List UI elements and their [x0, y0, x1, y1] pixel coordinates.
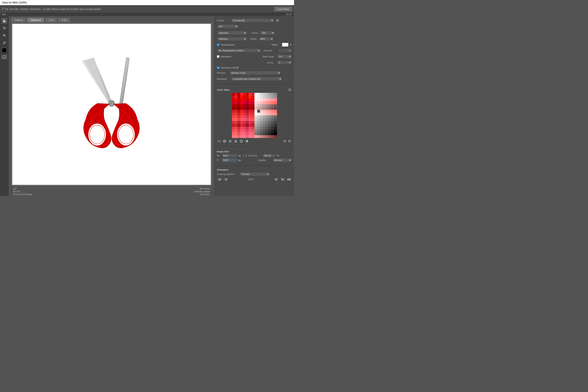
color-cell[interactable] — [274, 124, 277, 126]
color-cell[interactable] — [246, 132, 249, 135]
color-cell[interactable] — [238, 132, 240, 135]
color-cell[interactable] — [246, 135, 249, 138]
color-cell[interactable] — [240, 127, 243, 130]
color-cell[interactable] — [240, 112, 243, 116]
color-cell[interactable] — [238, 124, 240, 126]
color-cell[interactable] — [263, 112, 266, 116]
color-cell[interactable] — [263, 118, 266, 121]
color-cell[interactable] — [240, 135, 243, 138]
color-cell[interactable] — [238, 93, 240, 96]
color-cell[interactable] — [257, 127, 260, 130]
color-cell[interactable] — [268, 112, 271, 116]
color-cell[interactable] — [254, 118, 257, 121]
color-cell[interactable] — [249, 107, 252, 110]
color-cell[interactable] — [243, 116, 246, 118]
color-cell[interactable] — [240, 98, 243, 101]
color-cell[interactable] — [243, 96, 246, 98]
add-color-button[interactable] — [240, 139, 243, 143]
color-cell[interactable] — [240, 104, 243, 107]
color-cell[interactable] — [252, 127, 254, 130]
color-cell[interactable] — [274, 98, 277, 101]
color-cell[interactable] — [274, 96, 277, 98]
transparency-checkbox[interactable] — [217, 44, 220, 46]
looping-select[interactable]: Forever Once Other... — [240, 172, 270, 176]
color-cell[interactable] — [268, 121, 271, 124]
color-cell[interactable] — [238, 112, 240, 116]
color-cell[interactable] — [243, 130, 246, 132]
color-cell[interactable] — [232, 132, 235, 135]
color-cell[interactable] — [246, 112, 249, 116]
color-cell[interactable] — [249, 112, 252, 116]
color-cell[interactable] — [240, 93, 243, 96]
color-cell[interactable] — [260, 118, 263, 121]
eyedropper-tool[interactable] — [1, 40, 7, 46]
color-cell[interactable] — [238, 101, 240, 104]
color-cell[interactable] — [243, 93, 246, 96]
tab-original[interactable]: Original — [11, 18, 26, 22]
color-cell[interactable] — [254, 135, 257, 138]
color-cell[interactable] — [260, 132, 263, 135]
color-cell[interactable] — [266, 110, 268, 112]
color-cell[interactable] — [263, 98, 266, 101]
color-cell[interactable] — [266, 93, 268, 96]
color-cell[interactable] — [240, 132, 243, 135]
color-cell[interactable] — [271, 135, 274, 138]
color-cell[interactable] — [235, 104, 238, 107]
color-cell[interactable] — [249, 135, 252, 138]
color-cell[interactable] — [235, 96, 238, 98]
color-cell[interactable] — [271, 93, 274, 96]
metadata-select[interactable]: Copyright and Contact Info None Copyrigh… — [230, 77, 282, 81]
color-cell[interactable] — [252, 132, 254, 135]
color-cell[interactable] — [254, 124, 257, 126]
color-cell[interactable] — [240, 130, 243, 132]
color-cell[interactable] — [252, 112, 254, 116]
color-cell[interactable] — [260, 130, 263, 132]
color-cell[interactable] — [246, 130, 249, 132]
color-cell[interactable] — [243, 118, 246, 121]
color-cell[interactable] — [274, 130, 277, 132]
color-cell[interactable] — [235, 118, 238, 121]
websnap-select[interactable]: 0% 1% 2% 5% 10% 25% 50% 100% — [277, 54, 292, 59]
color-cell[interactable] — [232, 130, 235, 132]
color-cell[interactable] — [274, 104, 277, 107]
color-cell[interactable] — [274, 93, 277, 96]
color-cell[interactable] — [271, 127, 274, 130]
color-cell[interactable] — [260, 124, 263, 126]
color-cell[interactable] — [257, 110, 260, 112]
color-cell[interactable] — [235, 132, 238, 135]
color-cell[interactable] — [235, 135, 238, 138]
color-cell[interactable] — [274, 116, 277, 118]
color-cell[interactable] — [254, 132, 257, 135]
color-cell[interactable] — [252, 104, 254, 107]
foreground-color[interactable] — [2, 48, 7, 53]
color-cell[interactable] — [263, 104, 266, 107]
color-cell[interactable] — [263, 110, 266, 112]
color-cell[interactable] — [254, 112, 257, 116]
color-cell[interactable] — [266, 121, 268, 124]
color-cell[interactable] — [271, 130, 274, 132]
select-all-button[interactable] — [228, 139, 232, 143]
color-cell[interactable] — [243, 121, 246, 124]
delete-color-button[interactable] — [245, 139, 249, 143]
color-cell[interactable] — [254, 98, 257, 101]
percent-input[interactable]: 346.16 — [262, 154, 276, 158]
preset-menu-button[interactable]: ☰ — [275, 18, 280, 22]
color-cell[interactable] — [240, 121, 243, 124]
color-cell[interactable] — [249, 130, 252, 132]
color-cell[interactable] — [266, 98, 268, 101]
color-cell[interactable] — [268, 132, 271, 135]
color-cell[interactable] — [249, 98, 252, 101]
color-cell[interactable] — [243, 98, 246, 101]
color-cell[interactable] — [257, 121, 260, 124]
color-cell[interactable] — [260, 135, 263, 138]
color-cell[interactable] — [274, 110, 277, 112]
map-to-transparent-button[interactable] — [223, 139, 226, 143]
no-transp-dither-select[interactable]: No Transparency Dither Diffusion Transpa… — [217, 48, 261, 53]
color-cell[interactable] — [235, 110, 238, 112]
color-cell[interactable] — [263, 107, 266, 110]
color-cell[interactable] — [268, 96, 271, 98]
color-cell[interactable] — [246, 96, 249, 98]
color-cell[interactable] — [257, 116, 260, 118]
color-cell[interactable] — [268, 127, 271, 130]
color-cell[interactable] — [246, 98, 249, 101]
